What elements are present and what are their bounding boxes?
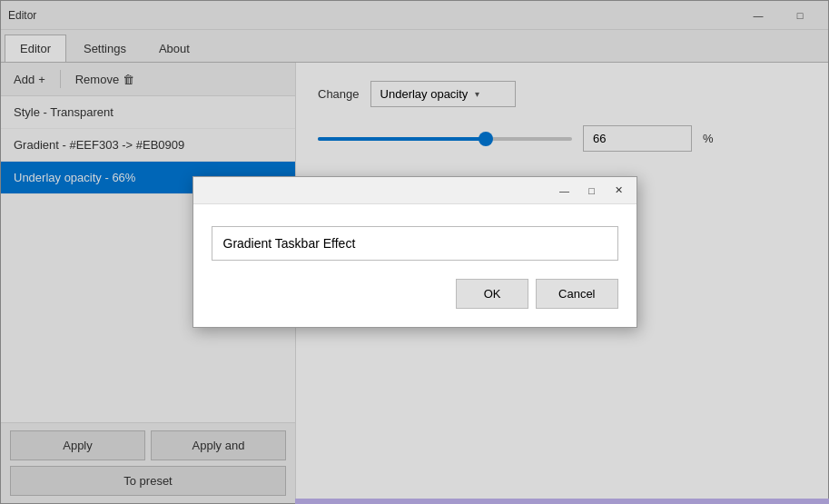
modal-titlebar: — □ ✕ [193,177,637,204]
modal-minimize-button[interactable]: — [551,180,578,202]
modal-maximize-button[interactable]: □ [578,180,606,202]
modal-content: OK Cancel [193,204,637,327]
modal-close-button[interactable]: ✕ [606,180,633,202]
modal-text-input[interactable] [212,226,618,261]
ok-button[interactable]: OK [456,279,528,309]
cancel-button[interactable]: Cancel [536,279,617,309]
modal-overlay: — □ ✕ OK Cancel [0,0,829,504]
modal-dialog: — □ ✕ OK Cancel [192,176,637,328]
modal-buttons: OK Cancel [212,279,618,309]
